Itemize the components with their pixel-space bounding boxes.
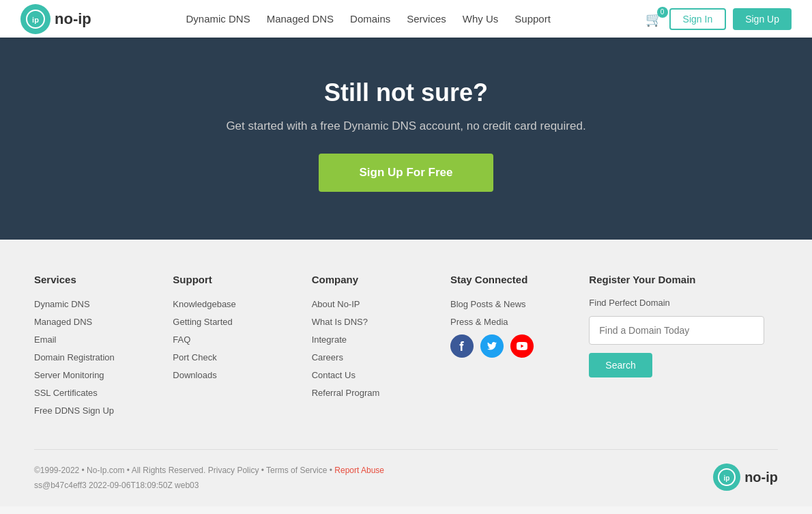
cart-badge: 0 [657,7,668,18]
svg-text:ip: ip [724,474,730,482]
nav-dynamic-dns[interactable]: Dynamic DNS [186,13,250,25]
list-item: What Is DNS? [312,315,437,328]
footer-columns: Services Dynamic DNS Managed DNS Email D… [34,274,778,422]
logo-icon: ip [20,4,50,34]
list-item: SSL Certificates [34,386,159,399]
link-domain-registration[interactable]: Domain Registration [34,352,115,362]
footer-support-heading: Support [173,274,298,285]
link-about[interactable]: About No-IP [312,299,360,309]
sign-up-button[interactable]: Sign Up [733,8,792,30]
footer-social-list: Blog Posts & News Press & Media [450,298,575,328]
list-item: FAQ [173,333,298,345]
footer-support-col: Support Knowledgebase Getting Started FA… [173,274,311,422]
nav-why-us[interactable]: Why Us [463,13,499,25]
nav-domains[interactable]: Domains [350,13,390,25]
twitter-icon[interactable] [480,334,504,358]
footer-register-heading: Register Your Domain [589,274,764,285]
footer-services-heading: Services [34,274,159,285]
footer-services-list: Dynamic DNS Managed DNS Email Domain Reg… [34,298,159,416]
link-careers[interactable]: Careers [312,352,343,362]
list-item: Email [34,333,159,345]
link-getting-started[interactable]: Getting Started [173,317,232,327]
list-item: Blog Posts & News [450,298,575,310]
footer: Services Dynamic DNS Managed DNS Email D… [0,240,812,506]
terms-link[interactable]: Terms of Service [266,466,327,475]
link-dynamic-dns[interactable]: Dynamic DNS [34,299,90,309]
find-perfect-text: Find Perfect Domain [589,298,764,308]
link-downloads[interactable]: Downloads [173,370,216,380]
footer-company-heading: Company [312,274,437,285]
logo[interactable]: ip no-ip [20,4,91,34]
cart-button[interactable]: 🛒 0 [646,11,663,27]
nav-links: Dynamic DNS Managed DNS Domains Services… [186,13,551,25]
list-item: Careers [312,351,437,363]
svg-text:ip: ip [32,16,39,24]
list-item: Server Monitoring [34,369,159,381]
list-item: Press & Media [450,315,575,328]
logo-text: no-ip [55,10,91,28]
list-item: Getting Started [173,315,298,328]
navbar: ip no-ip Dynamic DNS Managed DNS Domains… [0,0,812,38]
report-abuse-link[interactable]: Report Abuse [334,466,384,475]
domain-search-input[interactable] [589,316,764,345]
list-item: Referral Program [312,386,437,399]
link-referral[interactable]: Referral Program [312,388,380,398]
list-item: Free DDNS Sign Up [34,404,159,416]
link-what-is-dns[interactable]: What Is DNS? [312,317,368,327]
link-faq[interactable]: FAQ [173,334,190,345]
link-port-check[interactable]: Port Check [173,352,216,362]
footer-logo-text: no-ip [744,470,778,485]
link-blog-posts[interactable]: Blog Posts & News [450,299,526,309]
link-contact-us[interactable]: Contact Us [312,370,356,380]
hero-section: Still not sure? Get started with a free … [0,38,812,240]
footer-logo-icon: ip [713,463,740,491]
nav-right: 🛒 0 Sign In Sign Up [646,8,792,30]
footer-social-col: Stay Connected Blog Posts & News Press &… [450,274,589,422]
footer-bottom: ©1999-2022 • No-Ip.com • All Rights Rese… [34,449,778,493]
link-server-monitoring[interactable]: Server Monitoring [34,370,104,380]
hero-title: Still not sure? [14,78,798,107]
list-item: Managed DNS [34,315,159,328]
youtube-icon[interactable] [510,334,534,358]
list-item: Dynamic DNS [34,298,159,310]
link-integrate[interactable]: Integrate [312,334,347,345]
footer-copyright: ©1999-2022 • No-Ip.com • All Rights Rese… [34,463,384,493]
footer-company-list: About No-IP What Is DNS? Integrate Caree… [312,298,437,399]
social-icons [450,334,575,358]
list-item: Integrate [312,333,437,345]
link-ssl-certificates[interactable]: SSL Certificates [34,388,98,398]
footer-social-heading: Stay Connected [450,274,575,285]
sign-up-free-button[interactable]: Sign Up For Free [319,154,494,192]
list-item: Downloads [173,369,298,381]
domain-input-wrap [589,316,764,345]
list-item: About No-IP [312,298,437,310]
link-managed-dns[interactable]: Managed DNS [34,317,92,327]
footer-logo: ip no-ip [713,463,778,491]
link-free-ddns[interactable]: Free DDNS Sign Up [34,405,114,416]
link-press-media[interactable]: Press & Media [450,317,508,327]
list-item: Contact Us [312,369,437,381]
sign-in-button[interactable]: Sign In [669,8,727,30]
hero-subtitle: Get started with a free Dynamic DNS acco… [201,119,611,133]
nav-managed-dns[interactable]: Managed DNS [267,13,334,25]
privacy-policy-link[interactable]: Privacy Policy [208,466,259,475]
link-knowledgebase[interactable]: Knowledgebase [173,299,236,309]
footer-support-list: Knowledgebase Getting Started FAQ Port C… [173,298,298,381]
facebook-icon[interactable] [450,334,474,358]
list-item: Port Check [173,351,298,363]
session-info: ss@b47c4eff3 2022-09-06T18:09:50Z web03 [34,481,199,490]
footer-services-col: Services Dynamic DNS Managed DNS Email D… [34,274,173,422]
link-email[interactable]: Email [34,334,57,345]
nav-services[interactable]: Services [407,13,446,25]
list-item: Knowledgebase [173,298,298,310]
nav-support[interactable]: Support [514,13,551,25]
footer-company-col: Company About No-IP What Is DNS? Integra… [312,274,450,422]
list-item: Domain Registration [34,351,159,363]
search-button[interactable]: Search [589,353,652,377]
footer-register-col: Register Your Domain Find Perfect Domain… [589,274,778,422]
